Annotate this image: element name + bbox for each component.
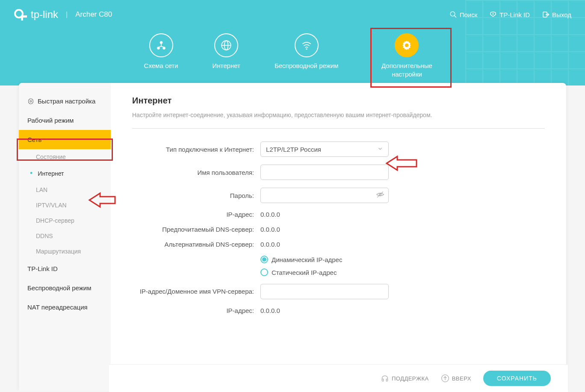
sidebar-item-network[interactable]: Сеть	[19, 130, 111, 149]
dns2-label: Альтернативный DNS-сервер:	[132, 241, 260, 248]
top-link[interactable]: ВВЕРХ	[441, 374, 471, 383]
row-dns1: Предпочитаемый DNS-сервер: 0.0.0.0	[132, 226, 545, 233]
sidebar-sub-status[interactable]: Состояние	[19, 149, 111, 165]
username-label: Имя пользователя:	[132, 169, 260, 176]
sidebar-sub-routing[interactable]: Маршрутизация	[19, 244, 111, 259]
sidebar-item-nat[interactable]: NAT переадресация	[19, 298, 111, 317]
tab-wireless-label: Беспроводной режим	[275, 62, 338, 70]
password-label: Пароль:	[132, 192, 260, 199]
ip2-value: 0.0.0.0	[260, 307, 280, 314]
chevron-down-icon	[377, 146, 383, 153]
dns1-value: 0.0.0.0	[260, 226, 280, 233]
search-label: Поиск	[460, 11, 478, 18]
headset-icon	[381, 374, 389, 383]
row-username: Имя пользователя:	[132, 165, 545, 180]
network-label: Сеть	[27, 136, 41, 143]
logout-label: Выход	[552, 11, 571, 18]
page-description: Настройте интернет-соединение, указывая …	[132, 111, 545, 120]
sidebar-sub-internet[interactable]: Интернет	[19, 165, 111, 182]
tab-schema[interactable]: Схема сети	[144, 33, 178, 78]
radio-static-circle	[260, 268, 268, 276]
sidebar-item-quicksetup[interactable]: Быстрая настройка	[19, 91, 111, 111]
radio-dynamic-label: Динамический IP-адрес	[272, 256, 342, 263]
top-actions: Поиск TP-Link ID Выход	[449, 11, 571, 18]
ip2-label: IP-адрес:	[132, 307, 260, 314]
row-ip: IP-адрес: 0.0.0.0	[132, 211, 545, 218]
tplinkid-sidebar-label: TP-Link ID	[27, 265, 58, 272]
tab-schema-label: Схема сети	[144, 62, 178, 70]
ip-label: IP-адрес:	[132, 211, 260, 218]
model-name: Archer C80	[75, 10, 112, 19]
conn-type-label: Тип подключения к Интернет:	[132, 146, 260, 153]
save-button[interactable]: СОХРАНИТЬ	[483, 371, 551, 386]
page-title: Интернет	[132, 96, 545, 106]
tplinkid-label: TP-Link ID	[499, 11, 530, 18]
wifi-icon	[295, 33, 319, 57]
vpn-label: IP-адрес/Доменное имя VPN-сервера:	[132, 287, 260, 296]
globe-icon	[214, 33, 238, 57]
brand-logo: tp-link	[14, 8, 58, 21]
svg-point-15	[30, 100, 32, 102]
tab-internet[interactable]: Интернет	[212, 33, 240, 78]
nav-tabs: Схема сети Интернет Беспроводной режим Д…	[0, 29, 585, 78]
schema-icon	[149, 33, 173, 57]
support-link[interactable]: ПОДДЕРЖКА	[381, 374, 429, 383]
search-button[interactable]: Поиск	[449, 11, 478, 18]
conn-type-select[interactable]: L2TP/L2TP Россия	[260, 141, 389, 157]
row-dns2: Альтернативный DNS-сервер: 0.0.0.0	[132, 241, 545, 248]
row-vpn: IP-адрес/Доменное имя VPN-сервера:	[132, 284, 545, 299]
sidebar-sub-iptv[interactable]: IPTV/VLAN	[19, 197, 111, 213]
dns2-value: 0.0.0.0	[260, 241, 280, 248]
content-wrap: Быстрая настройка Рабочий режим Сеть Сос…	[19, 83, 566, 391]
logout-icon	[542, 11, 550, 18]
tab-advanced[interactable]: Дополнительные настройки	[372, 33, 441, 78]
tplink-logo-icon	[14, 8, 27, 21]
eye-icon[interactable]	[376, 190, 384, 200]
username-input[interactable]	[260, 165, 389, 180]
sidebar-item-tplinkid[interactable]: TP-Link ID	[19, 259, 111, 278]
radio-static-label: Статический IP-адрес	[272, 269, 337, 276]
svg-point-3	[450, 12, 455, 16]
support-label: ПОДДЕРЖКА	[392, 375, 429, 382]
sidebar-sub-dhcp[interactable]: DHCP-сервер	[19, 213, 111, 228]
row-conn-type: Тип подключения к Интернет: L2TP/L2TP Ро…	[132, 141, 545, 157]
header: tp-link | Archer C80 Поиск TP-Link ID Вы…	[0, 0, 585, 85]
sidebar: Быстрая настройка Рабочий режим Сеть Сос…	[19, 83, 111, 391]
dns1-label: Предпочитаемый DNS-сервер:	[132, 226, 260, 233]
radio-static[interactable]: Статический IP-адрес	[260, 268, 342, 276]
sidebar-item-mode[interactable]: Рабочий режим	[19, 111, 111, 130]
radio-dynamic[interactable]: Динамический IP-адрес	[260, 256, 342, 263]
quicksetup-label: Быстрая настройка	[38, 97, 95, 105]
tab-internet-label: Интернет	[212, 62, 240, 70]
main-content: Интернет Настройте интернет-соединение, …	[111, 83, 566, 391]
row-ip2: IP-адрес: 0.0.0.0	[132, 307, 545, 314]
tab-wireless[interactable]: Беспроводной режим	[275, 33, 338, 78]
sidebar-sub-ddns[interactable]: DDNS	[19, 228, 111, 244]
gear-icon	[395, 33, 419, 57]
ip-mode-radio-group: Динамический IP-адрес Статический IP-адр…	[260, 256, 342, 276]
sidebar-item-wireless[interactable]: Беспроводной режим	[19, 278, 111, 298]
svg-point-13	[306, 48, 307, 50]
top-bar: tp-link | Archer C80 Поиск TP-Link ID Вы…	[0, 0, 585, 29]
tplinkid-button[interactable]: TP-Link ID	[489, 11, 530, 18]
sidebar-sub-lan[interactable]: LAN	[19, 182, 111, 197]
search-icon	[449, 11, 457, 18]
logout-button[interactable]: Выход	[542, 11, 571, 18]
row-password: Пароль:	[132, 188, 545, 203]
wireless-sidebar-label: Беспроводной режим	[27, 284, 91, 292]
radio-dynamic-circle	[260, 256, 268, 263]
svg-line-17	[377, 192, 383, 197]
nat-sidebar-label: NAT переадресация	[27, 304, 88, 311]
brand-text: tp-link	[31, 9, 58, 21]
tplinkid-icon	[489, 11, 497, 18]
vpn-input[interactable]	[260, 284, 389, 299]
quicksetup-icon	[27, 98, 34, 105]
ip-value: 0.0.0.0	[260, 211, 280, 218]
svg-point-5	[493, 13, 494, 15]
arrow-up-icon	[441, 374, 449, 383]
row-ip-mode: Динамический IP-адрес Статический IP-адр…	[132, 256, 545, 276]
tab-advanced-label: Дополнительные настройки	[372, 62, 441, 78]
mode-label: Рабочий режим	[27, 117, 74, 124]
conn-type-value: L2TP/L2TP Россия	[266, 146, 321, 153]
password-input[interactable]	[260, 188, 389, 203]
